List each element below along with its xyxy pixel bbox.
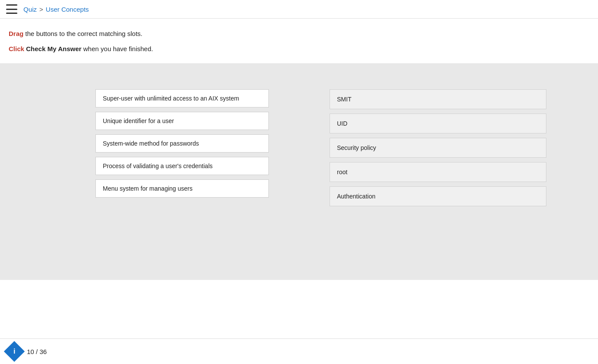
drag-item-3[interactable]: System-wide method for passwords [95,134,269,153]
topbar: Quiz > User Concepts [0,0,598,19]
click-keyword: Click [9,45,24,52]
drop-column: SMIT UID Security policy root Authentica… [295,81,598,263]
drop-slot-5[interactable]: Authentication [330,186,546,206]
exercise-area: Super-user with unlimited access to an A… [0,63,598,280]
instruction-line2: Click Check My Answer when you have fini… [9,44,589,54]
drag-item-4[interactable]: Process of validating a user's credentia… [95,157,269,175]
check-my-answer-text: Check My Answer [26,45,82,52]
drag-item-5[interactable]: Menu system for managing users [95,179,269,198]
instruction-line1-text: the buttons to the correct matching slot… [25,30,142,37]
drop-slot-4[interactable]: root [330,162,546,182]
drag-keyword: Drag [9,30,23,37]
page-count: 10 / 36 [27,348,47,355]
instruction-line2-suffix: when you have finished. [83,45,153,52]
drag-item-2[interactable]: Unique identifier for a user [95,112,269,130]
breadcrumb-current-link[interactable]: User Concepts [46,6,89,13]
drop-slot-2[interactable]: UID [330,114,546,133]
breadcrumb: Quiz > User Concepts [23,6,89,13]
footer: i 10 / 36 [0,338,598,364]
drag-item-1[interactable]: Super-user with unlimited access to an A… [95,89,269,107]
drag-column: Super-user with unlimited access to an A… [0,81,295,263]
drop-slot-3[interactable]: Security policy [330,138,546,158]
instructions-area: Drag the buttons to the correct matching… [0,19,598,63]
breadcrumb-separator: > [39,6,43,13]
drop-slot-1[interactable]: SMIT [330,89,546,109]
hamburger-menu-icon[interactable] [6,4,17,14]
info-diamond-icon: i [4,341,25,362]
breadcrumb-quiz-link[interactable]: Quiz [23,6,37,13]
instruction-line1: Drag the buttons to the correct matching… [9,29,589,39]
